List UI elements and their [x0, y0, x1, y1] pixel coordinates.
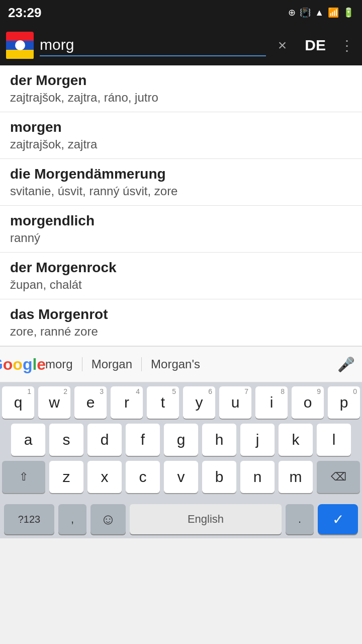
result-item-2[interactable]: die Morgendämmerung svitanie, úsvit, ran…: [0, 159, 362, 206]
google-suggestions-bar: Google morg Morgan Morgan's 🎤: [0, 346, 362, 382]
flag-middle: [6, 41, 34, 50]
flag-top: [6, 32, 34, 41]
key-a[interactable]: a: [11, 424, 45, 456]
key-q[interactable]: 1q: [2, 386, 34, 419]
flag-slovak[interactable]: [6, 32, 34, 59]
space-key[interactable]: English: [130, 504, 282, 534]
google-suggest-3[interactable]: Morgan's: [142, 357, 209, 371]
keyboard-row-3: ⇧ z x c v b n m ⌫: [2, 461, 360, 493]
microphone-icon[interactable]: 🎤: [337, 356, 355, 373]
search-input[interactable]: [40, 34, 266, 55]
key-f[interactable]: f: [126, 424, 160, 456]
key-s[interactable]: s: [49, 424, 83, 456]
key-k[interactable]: k: [279, 424, 313, 456]
result-translation-2: svitanie, úsvit, ranný úsvit, zore: [10, 184, 352, 198]
key-d[interactable]: d: [87, 424, 122, 456]
status-bar: 23:29 ⊕ 📳 ▲ 📶 🔋: [0, 0, 362, 25]
google-suggestions: morg Morgan Morgan's: [36, 357, 330, 371]
key-c[interactable]: c: [126, 461, 160, 493]
status-icons: ⊕ 📳 ▲ 📶 🔋: [288, 7, 354, 18]
delete-key[interactable]: ⌫: [317, 461, 360, 493]
key-x[interactable]: x: [87, 461, 122, 493]
comma-key[interactable]: ,: [58, 504, 86, 534]
search-bar: × DE ⋮: [0, 25, 362, 65]
result-item-3[interactable]: morgendlich ranný: [0, 206, 362, 253]
result-translation-0: zajtrajšok, zajtra, ráno, jutro: [10, 91, 352, 105]
key-e[interactable]: 3e: [74, 386, 107, 419]
key-u-number: 7: [244, 388, 248, 395]
flag-bottom: [6, 50, 34, 59]
key-j[interactable]: j: [240, 424, 275, 456]
google-logo: Google: [7, 353, 29, 375]
result-word-1: morgen: [10, 119, 352, 135]
results-list: der Morgen zajtrajšok, zajtra, ráno, jut…: [0, 65, 362, 346]
enter-key[interactable]: ✓: [318, 504, 358, 534]
key-p[interactable]: 0p: [328, 386, 360, 419]
key-t[interactable]: 5t: [147, 386, 179, 419]
wifi-icon: ▲: [315, 8, 324, 18]
keyboard: 1q 2w 3e 4r 5t 6y 7u 8i 9o 0p a s d f g …: [0, 382, 362, 500]
emoji-key[interactable]: ☺: [90, 504, 126, 534]
key-v[interactable]: v: [164, 461, 198, 493]
key-o-number: 9: [317, 388, 321, 395]
key-r-number: 4: [136, 388, 140, 395]
key-y[interactable]: 6y: [183, 386, 215, 419]
key-t-number: 5: [172, 388, 176, 395]
key-p-number: 0: [353, 388, 357, 395]
key-o[interactable]: 9o: [292, 386, 324, 419]
key-b[interactable]: b: [202, 461, 236, 493]
google-suggest-1[interactable]: morg: [36, 357, 82, 371]
result-item-0[interactable]: der Morgen zajtrajšok, zajtra, ráno, jut…: [0, 65, 362, 112]
result-word-0: der Morgen: [10, 72, 352, 89]
key-w-number: 2: [63, 388, 67, 395]
key-w[interactable]: 2w: [38, 386, 70, 419]
search-input-container: [40, 34, 266, 56]
keyboard-bottom-row: ?123 , ☺ English . ✓: [0, 500, 362, 538]
result-word-5: das Morgenrot: [10, 306, 352, 323]
result-word-2: die Morgendämmerung: [10, 166, 352, 182]
result-item-5[interactable]: das Morgenrot zore, ranné zore: [0, 299, 362, 346]
google-suggest-2[interactable]: Morgan: [82, 357, 142, 371]
key-g[interactable]: g: [164, 424, 198, 456]
signal-icon: 📶: [328, 7, 339, 18]
vibrate-icon: 📳: [300, 7, 311, 18]
result-translation-1: zajtrajšok, zajtra: [10, 137, 352, 151]
result-item-4[interactable]: der Morgenrock župan, chalát: [0, 253, 362, 299]
language-button[interactable]: DE: [299, 37, 332, 54]
key-l[interactable]: l: [317, 424, 351, 456]
key-n[interactable]: n: [240, 461, 275, 493]
key-i[interactable]: 8i: [255, 386, 288, 419]
shift-key[interactable]: ⇧: [2, 461, 45, 493]
key-z[interactable]: z: [49, 461, 83, 493]
result-word-4: der Morgenrock: [10, 260, 352, 276]
sync-icon: ⊕: [288, 7, 296, 18]
menu-button[interactable]: ⋮: [338, 37, 356, 54]
key-u[interactable]: 7u: [219, 386, 251, 419]
clear-button[interactable]: ×: [272, 37, 293, 54]
key-m[interactable]: m: [279, 461, 313, 493]
period-key[interactable]: .: [286, 504, 314, 534]
keyboard-row-2: a s d f g h j k l: [2, 424, 360, 456]
key-e-number: 3: [100, 388, 104, 395]
key-y-number: 6: [208, 388, 212, 395]
keyboard-row-1: 1q 2w 3e 4r 5t 6y 7u 8i 9o 0p: [2, 386, 360, 419]
battery-icon: 🔋: [343, 7, 354, 18]
flag-emblem: [15, 40, 25, 50]
result-item-1[interactable]: morgen zajtrajšok, zajtra: [0, 112, 362, 159]
status-time: 23:29: [8, 5, 42, 21]
key-h[interactable]: h: [202, 424, 236, 456]
numbers-key[interactable]: ?123: [4, 504, 54, 534]
key-r[interactable]: 4r: [111, 386, 143, 419]
key-i-number: 8: [281, 388, 285, 395]
result-translation-5: zore, ranné zore: [10, 325, 352, 339]
key-q-number: 1: [27, 388, 31, 395]
result-translation-3: ranný: [10, 231, 352, 245]
result-translation-4: župan, chalát: [10, 278, 352, 292]
result-word-3: morgendlich: [10, 213, 352, 229]
